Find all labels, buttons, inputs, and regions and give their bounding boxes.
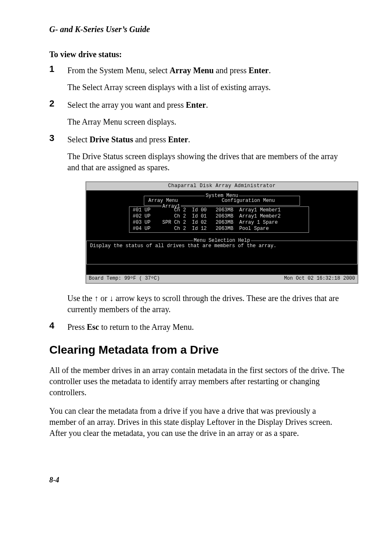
step-1-text-a: From the System Menu, select <box>67 66 170 75</box>
running-header: G- and K-Series User’s Guide <box>49 25 345 34</box>
paragraph-2: You can clear the metadata from a drive … <box>49 405 345 439</box>
step-3-bold-drive-status: Drive Status <box>90 135 133 144</box>
step-2-text-a: Select the array you want and press <box>67 100 186 109</box>
terminal-title: Chaparral Disk Array Administrator <box>86 182 357 191</box>
step-3-sub: The Drive Status screen displays showing… <box>67 151 345 173</box>
step-3-bold-enter: Enter <box>168 135 188 144</box>
step-3: Select Drive Status and press Enter. The… <box>49 134 345 315</box>
step-2-sub: The Array Menu screen displays. <box>67 116 345 127</box>
step-1-bold-enter: Enter <box>249 66 269 75</box>
array1-box: Array1 #01 UP Ch 2 Id 00 2063MB Array1 M… <box>129 206 309 233</box>
step-2-bold-enter: Enter <box>186 100 206 109</box>
step-2: Select the array you want and press Ente… <box>49 100 345 127</box>
step-3-text-a: Select <box>67 135 90 144</box>
step-1: From the System Menu, select Array Menu … <box>49 65 345 93</box>
arrow-up-icon: ↑ <box>95 294 99 303</box>
terminal-status-bar: Board Temp: 99ºF ( 37ºC) Mon Oct 02 16:3… <box>86 275 357 283</box>
step-1-text-c: . <box>269 66 271 75</box>
step-4-text-a: Press <box>67 322 87 331</box>
step-1-text-b: and press <box>214 66 249 75</box>
arrow-down-icon: ↓ <box>109 294 113 303</box>
help-text: Display the status of all drives that ar… <box>90 243 277 249</box>
help-box: Menu Selection Help Display the status o… <box>86 241 357 264</box>
step-1-sub: The Select Array screen displays with a … <box>67 82 345 93</box>
terminal-screenshot: Chaparral Disk Array Administrator Syste… <box>85 181 358 284</box>
status-right: Mon Oct 02 16:32:18 2000 <box>284 276 355 282</box>
drive-status-rows: #01 UP Ch 2 Id 00 2063MB Array1 Member1 … <box>133 207 305 232</box>
page-number: 8-4 <box>49 476 345 484</box>
step-3-text-c: . <box>188 135 190 144</box>
array-menu-label: Array Menu <box>148 198 178 204</box>
step-4-text-b: to return to the Array Menu. <box>99 322 194 331</box>
step-2-text-b: . <box>206 100 208 109</box>
step-3-post-b: or <box>99 294 110 303</box>
step-3-post-a: Use the <box>67 294 95 303</box>
step-3-text-b: and press <box>133 135 168 144</box>
paragraph-1: All of the member drives in an array con… <box>49 365 345 398</box>
step-4: Press Esc to return to the Array Menu. <box>49 322 345 333</box>
configuration-menu-label: Configuration Menu <box>221 198 275 204</box>
step-4-bold-esc: Esc <box>87 322 99 331</box>
section-title-clearing-metadata: Clearing Metadata from a Drive <box>49 343 345 357</box>
status-left: Board Temp: 99ºF ( 37ºC) <box>89 276 160 282</box>
section-heading: To view drive status: <box>49 50 345 59</box>
step-1-bold-array-menu: Array Menu <box>170 66 214 75</box>
